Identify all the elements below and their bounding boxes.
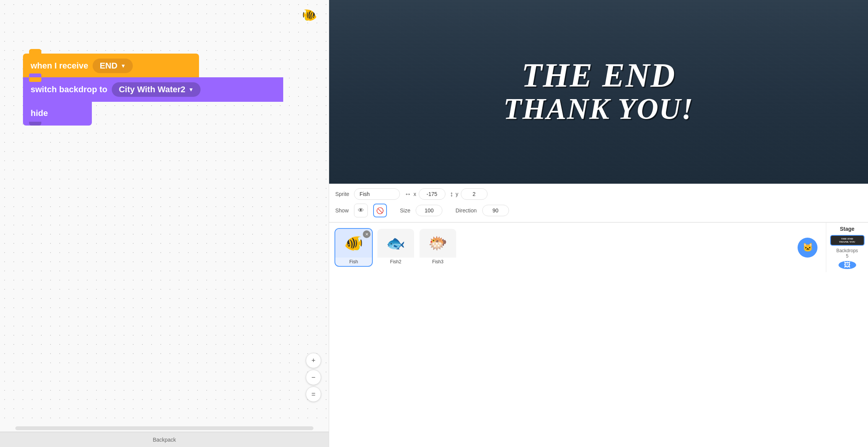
event-block[interactable]: when I receive END ▼ (23, 54, 199, 78)
bottom-info-area: Sprite ↔ x ↕ y Show 👁 (329, 184, 868, 447)
direction-label: Direction (455, 207, 476, 214)
zoom-fit-button[interactable]: = (306, 387, 321, 402)
x-axis-icon: ↔ (405, 190, 411, 198)
sprite-name-fish3: Fish3 (419, 258, 456, 266)
sprite-delete-fish[interactable]: ✕ (363, 230, 370, 238)
add-buttons-area: 🐱 (798, 238, 821, 258)
sprite-info-panel: Sprite ↔ x ↕ y Show 👁 (329, 184, 868, 222)
looks-block[interactable]: switch backdrop to City With Water2 ▼ (23, 77, 283, 102)
backdrops-label: Backdrops (836, 248, 858, 253)
y-input[interactable] (461, 188, 488, 200)
sprite-thumb-fish2: 🐟 (377, 229, 414, 258)
coord-group-y: ↕ y (450, 188, 488, 200)
sprite-item-fish3[interactable]: 🐡 Fish3 (419, 228, 457, 267)
hide-block-label: hide (31, 108, 48, 118)
cat-icon: 🐱 (803, 243, 813, 253)
sprite-item-fish[interactable]: 🐠 ✕ Fish (334, 228, 373, 267)
sprite-label: Sprite (335, 191, 349, 197)
event-dropdown-arrow: ▼ (121, 63, 126, 69)
backdrops-count: 5 (846, 253, 848, 259)
stage-thumbnail[interactable]: THE ENDTHANK YOU (830, 235, 865, 246)
sprite-icon: 🐠 (302, 8, 317, 22)
sprite-list: 🐠 ✕ Fish 🐟 Fish2 🐡 Fish3 🐱 (329, 223, 826, 272)
stage-area: THE END THANK YOU! (329, 0, 868, 184)
looks-dropdown-value: City With Water2 (119, 85, 185, 95)
sprite-info-row-2: Show 👁 🚫 Size Direction (335, 204, 862, 217)
code-scrollbar[interactable] (15, 426, 313, 430)
stage-title-line1: THE END (522, 59, 676, 92)
x-input[interactable] (419, 188, 445, 200)
y-axis-icon: ↕ (450, 190, 454, 198)
event-dropdown[interactable]: END ▼ (93, 59, 132, 73)
add-stage-button[interactable]: 🖼 (839, 261, 856, 269)
show-label: Show (335, 207, 349, 214)
bottom-area: 🐠 ✕ Fish 🐟 Fish2 🐡 Fish3 🐱 (329, 222, 868, 272)
zoom-controls: + − = (306, 353, 321, 402)
sprite-name-fish: Fish (335, 258, 372, 266)
code-canvas: 🐠 when I receive END ▼ switch backdrop t… (0, 0, 329, 425)
size-input[interactable] (416, 205, 442, 216)
zoom-in-button[interactable]: + (306, 353, 321, 368)
sprite-name-fish2: Fish2 (377, 258, 414, 266)
looks-block-label: switch backdrop to (31, 85, 107, 95)
stage-text-overlay: THE END THANK YOU! (329, 0, 868, 184)
looks-dropdown[interactable]: City With Water2 ▼ (112, 82, 201, 97)
x-label: x (414, 191, 416, 197)
add-sprite-button[interactable]: 🐱 (798, 238, 817, 258)
hide-button[interactable]: 🚫 (373, 204, 387, 217)
size-label: Size (400, 207, 410, 214)
direction-input[interactable] (482, 205, 509, 216)
show-button[interactable]: 👁 (354, 204, 368, 217)
eye-icon: 👁 (358, 207, 364, 214)
stage-panel: Stage THE ENDTHANK YOU Backdrops 5 🖼 (826, 223, 868, 272)
sprite-name-input[interactable] (354, 188, 400, 200)
right-panel: THE END THANK YOU! Sprite ↔ x ↕ y (329, 0, 868, 447)
event-dropdown-value: END (100, 61, 117, 71)
stage-panel-label: Stage (840, 226, 854, 232)
blocks-container: when I receive END ▼ switch backdrop to … (23, 54, 283, 126)
backpack-label: Backpack (153, 437, 176, 443)
zoom-out-button[interactable]: − (306, 370, 321, 385)
backpack-bar[interactable]: Backpack (0, 432, 329, 447)
sprite-info-row-1: Sprite ↔ x ↕ y (335, 188, 862, 200)
sprite-item-fish2[interactable]: 🐟 Fish2 (377, 228, 415, 267)
eye-slash-icon: 🚫 (376, 207, 384, 214)
sprite-thumb-fish3: 🐡 (419, 229, 456, 258)
event-block-label: when I receive (31, 61, 88, 71)
code-panel: 🐠 when I receive END ▼ switch backdrop t… (0, 0, 329, 447)
stage-title-line2: THANK YOU! (503, 92, 693, 125)
looks-dropdown-arrow: ▼ (188, 86, 194, 93)
stage-add-icon: 🖼 (844, 261, 851, 269)
coord-group-x: ↔ x (405, 188, 445, 200)
y-label: y (456, 191, 458, 197)
